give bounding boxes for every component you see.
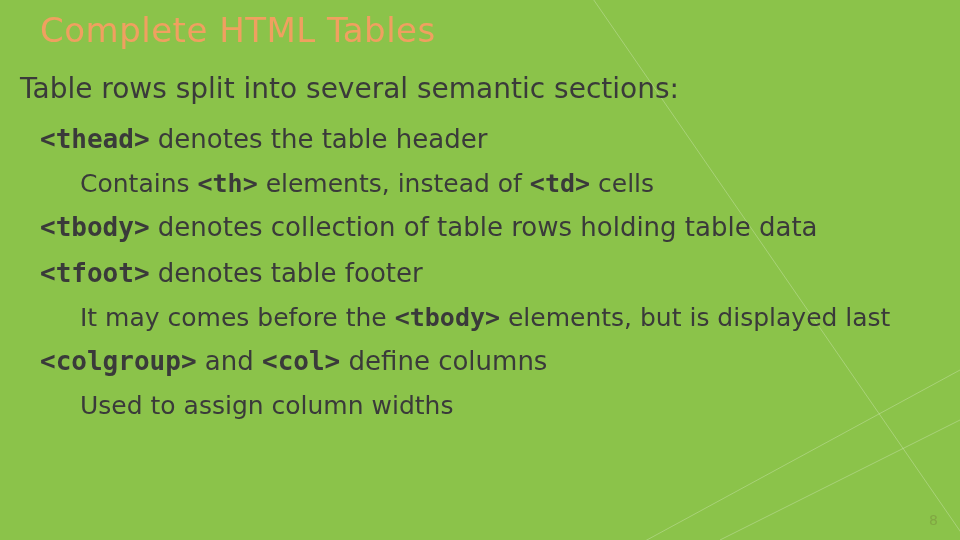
bullet-level1: <tfoot> denotes table footer bbox=[40, 251, 920, 297]
bullet-level2: Contains <th> elements, instead of <td> … bbox=[80, 163, 920, 206]
page-number: 8 bbox=[929, 512, 938, 528]
body-text: denotes collection of table rows holding… bbox=[150, 212, 818, 242]
code-text: <col> bbox=[262, 346, 340, 376]
body-text: cells bbox=[590, 169, 654, 198]
code-text: <colgroup> bbox=[40, 346, 197, 376]
body-text: It may comes before the bbox=[80, 303, 395, 332]
slide-title: Complete HTML Tables bbox=[40, 10, 920, 50]
body-text: define columns bbox=[340, 346, 547, 376]
body-text: denotes table footer bbox=[150, 258, 423, 288]
code-text: <tbody> bbox=[40, 212, 150, 242]
bullet-level1: <thead> denotes the table header bbox=[40, 117, 920, 163]
code-text: <tbody> bbox=[395, 303, 500, 332]
bullet-level2: Used to assign column widths bbox=[80, 385, 920, 428]
body-text: elements, instead of bbox=[258, 169, 530, 198]
code-text: <thead> bbox=[40, 124, 150, 154]
body-text: and bbox=[197, 346, 262, 376]
code-text: <td> bbox=[530, 169, 590, 198]
body-text: elements, but is displayed last bbox=[500, 303, 890, 332]
bullet-level1: <colgroup> and <col> define columns bbox=[40, 339, 920, 385]
bullet-level1: <tbody> denotes collection of table rows… bbox=[40, 205, 920, 251]
intro-label: Table rows split into several semantic s… bbox=[20, 72, 679, 105]
slide: Complete HTML Tables Table rows split in… bbox=[0, 0, 960, 540]
code-text: <th> bbox=[197, 169, 257, 198]
intro-text: Table rows split into several semantic s… bbox=[0, 72, 920, 105]
body-text: denotes the table header bbox=[150, 124, 488, 154]
bullet-level2: It may comes before the <tbody> elements… bbox=[80, 297, 920, 340]
code-text: <tfoot> bbox=[40, 258, 150, 288]
body-text: Contains bbox=[80, 169, 197, 198]
body-text: Used to assign column widths bbox=[80, 391, 453, 420]
